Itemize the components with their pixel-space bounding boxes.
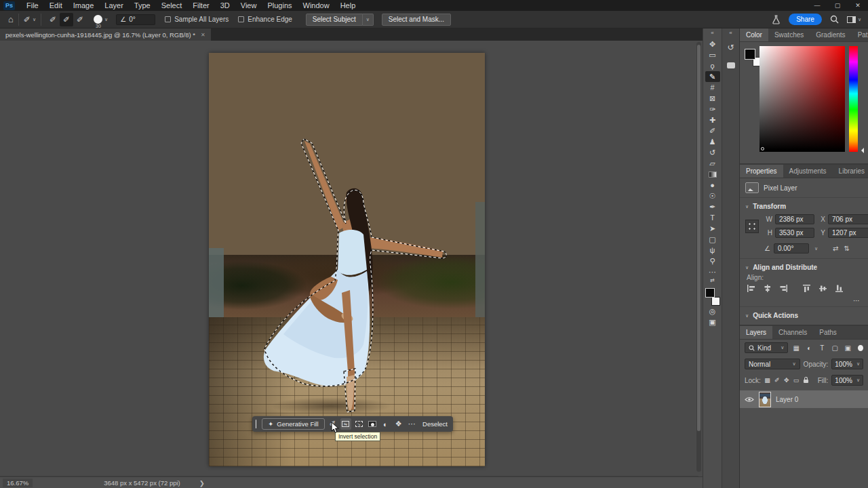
crop-tool-icon[interactable]: # <box>705 82 720 93</box>
brush-angle-field[interactable]: ∠ 0° <box>116 14 155 25</box>
pixel-filter-icon[interactable]: ▦ <box>791 343 801 353</box>
tab-layers[interactable]: Layers <box>740 326 772 339</box>
tab-close-icon[interactable]: ✕ <box>201 32 205 38</box>
frame-tool-icon[interactable]: ⊠ <box>705 93 720 104</box>
beta-flask-icon[interactable] <box>772 15 781 24</box>
tab-gradients[interactable]: Gradients <box>810 28 851 41</box>
lock-all-icon[interactable] <box>803 375 809 385</box>
menu-plugins[interactable]: Plugins <box>262 1 296 10</box>
brush-tool-icon[interactable]: ✐ <box>705 125 720 136</box>
zoom-tool-icon[interactable]: ⚲ <box>705 256 720 266</box>
reference-point-selector[interactable] <box>745 220 759 233</box>
maximize-icon[interactable]: ▢ <box>827 0 848 11</box>
y-field[interactable]: 1207 px <box>828 228 868 238</box>
filter-toggle-icon[interactable] <box>858 345 863 351</box>
quick-actions-section-header[interactable]: ∨ Quick Actions <box>740 307 868 322</box>
menu-type[interactable]: Type <box>130 1 155 10</box>
home-icon[interactable]: ⌂ <box>8 15 14 24</box>
tab-paths[interactable]: Paths <box>813 326 843 339</box>
height-field[interactable]: 3530 px <box>775 228 814 238</box>
generative-fill-button[interactable]: ✦ Generative Fill <box>262 418 324 430</box>
dodge-tool-icon[interactable]: ☉ <box>705 190 720 201</box>
canvas-area[interactable]: ✦ Generative Fill ✐ ⇆ ↘ ◐ ❖ ⋯ Deselect I… <box>0 41 703 476</box>
pen-tool-icon[interactable]: ✒ <box>705 201 720 212</box>
subtract-from-selection-mode-button[interactable]: ✐ <box>73 13 87 26</box>
rotation-angle-field[interactable]: ∠ 0.00° ∨ <box>764 243 818 253</box>
foreground-background-swatches[interactable] <box>705 288 720 306</box>
lasso-tool-icon[interactable]: ϙ <box>705 60 720 71</box>
invert-selection-button[interactable]: ⇆ <box>340 418 351 430</box>
quick-mask-icon[interactable]: ◎ <box>705 306 720 317</box>
adjustment-filter-icon[interactable]: ◐ <box>804 343 814 353</box>
document-tab[interactable]: pexels-wellington-cunha-1918445.jpg @ 16… <box>0 28 211 41</box>
menu-window[interactable]: Window <box>298 1 334 10</box>
menu-image[interactable]: Image <box>68 1 99 10</box>
layer-thumbnail[interactable] <box>759 392 771 407</box>
path-selection-tool-icon[interactable]: ➤ <box>705 223 720 234</box>
menu-select[interactable]: Select <box>157 1 187 10</box>
filter-kind-dropdown[interactable]: Kind ∨ <box>745 342 788 353</box>
x-field[interactable]: 706 px <box>828 214 868 224</box>
align-more-options-icon[interactable]: ⋯ <box>740 296 868 304</box>
menu-help[interactable]: Help <box>336 1 361 10</box>
blur-tool-icon[interactable]: ● <box>705 180 720 190</box>
foreground-color-swatch[interactable] <box>705 288 715 298</box>
opacity-field[interactable]: 100% ∨ <box>831 359 863 369</box>
type-filter-icon[interactable]: T <box>817 343 827 353</box>
select-and-mask-button[interactable]: Select and Mask... <box>382 14 451 26</box>
align-center-horizontal-icon[interactable] <box>763 284 772 293</box>
align-section-header[interactable]: ∨ Align and Distribute <box>740 259 868 274</box>
background-color-swatch[interactable] <box>711 297 720 306</box>
healing-brush-tool-icon[interactable]: ✚ <box>705 115 720 125</box>
create-adjustment-layer-button[interactable]: ◐ <box>380 418 391 430</box>
history-brush-tool-icon[interactable]: ↺ <box>705 147 720 158</box>
shape-tool-icon[interactable]: ▢ <box>705 234 720 245</box>
brush-size-picker[interactable]: 30 ∨ <box>94 15 108 24</box>
select-subject-button[interactable]: Select Subject <box>306 14 363 26</box>
eraser-tool-icon[interactable]: ▱ <box>705 158 720 169</box>
more-options-button[interactable]: ⋯ <box>407 418 418 430</box>
quick-selection-tool-icon[interactable]: ✎ <box>705 71 720 82</box>
flip-vertical-icon[interactable]: ⇅ <box>844 245 849 252</box>
menu-3d[interactable]: 3D <box>216 1 235 10</box>
tab-patterns[interactable]: Patterns <box>852 28 868 41</box>
share-button[interactable]: Share <box>789 14 822 25</box>
add-to-selection-mode-button[interactable]: ✐ <box>60 13 73 26</box>
hand-tool-icon[interactable]: ψ <box>705 245 720 256</box>
comments-panel-icon[interactable] <box>724 59 738 71</box>
foreground-color-swatch[interactable] <box>745 49 755 60</box>
edit-toolbar-icon[interactable]: ⋯ <box>705 266 720 277</box>
minimize-icon[interactable]: — <box>807 0 827 11</box>
tab-swatches[interactable]: Swatches <box>768 28 810 41</box>
eyedropper-tool-icon[interactable]: ✑ <box>705 104 720 115</box>
create-mask-button[interactable] <box>367 418 378 430</box>
tab-adjustments[interactable]: Adjustments <box>783 165 833 178</box>
close-icon[interactable]: ✕ <box>848 0 868 11</box>
smart-object-filter-icon[interactable]: ▣ <box>843 343 852 353</box>
new-selection-mode-button[interactable]: ✐ <box>46 13 60 26</box>
align-middle-vertical-icon[interactable] <box>818 284 827 293</box>
fill-selection-button[interactable]: ❖ <box>393 418 404 430</box>
align-right-icon[interactable] <box>779 284 788 293</box>
tab-libraries[interactable]: Libraries <box>833 165 868 178</box>
shape-filter-icon[interactable]: ▢ <box>830 343 840 353</box>
lock-position-icon[interactable]: ✥ <box>783 375 789 385</box>
zoom-level-field[interactable]: 16.67% <box>3 479 33 487</box>
swap-colors-icon[interactable]: ⇄ <box>710 277 715 285</box>
gradient-tool-icon[interactable] <box>705 169 720 180</box>
move-tool-icon[interactable]: ✥ <box>705 39 720 49</box>
menu-filter[interactable]: Filter <box>188 1 214 10</box>
deselect-button[interactable]: Deselect <box>422 420 448 428</box>
align-left-icon[interactable] <box>747 284 755 293</box>
document-canvas[interactable] <box>209 53 485 466</box>
fill-field[interactable]: 100% ∨ <box>831 375 863 386</box>
status-chevron-icon[interactable]: ❯ <box>199 479 205 487</box>
flip-horizontal-icon[interactable]: ⇄ <box>833 245 838 252</box>
type-tool-icon[interactable]: T <box>705 212 720 223</box>
canvas-vertical-scrollbar[interactable] <box>696 42 701 472</box>
align-top-icon[interactable] <box>802 284 811 293</box>
lock-artboard-icon[interactable]: ▭ <box>793 375 799 385</box>
collapse-dock-icon[interactable]: « <box>729 30 732 36</box>
search-icon[interactable] <box>830 15 839 24</box>
history-panel-icon[interactable]: ↺ <box>724 41 738 54</box>
